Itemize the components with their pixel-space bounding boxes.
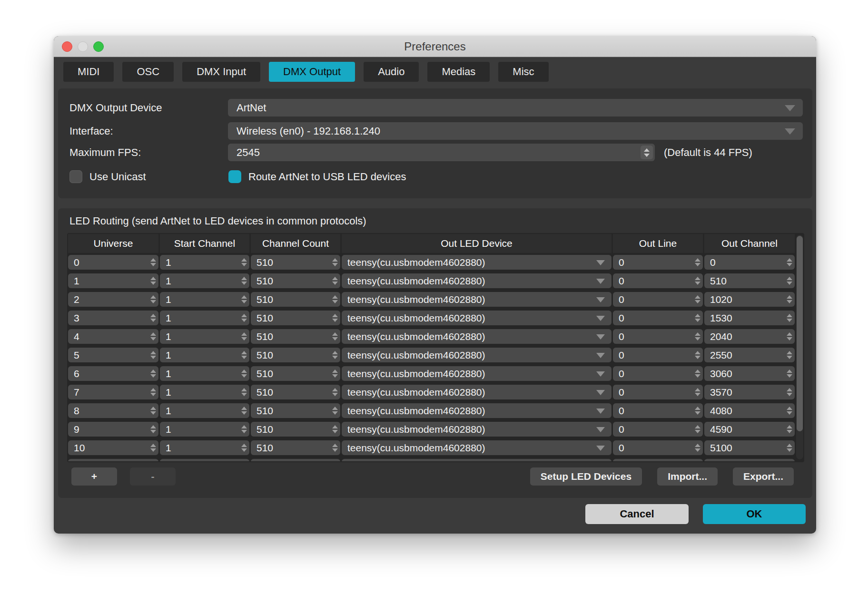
remove-row-button[interactable]: - <box>130 467 176 486</box>
out-channel-cell[interactable]: 510 <box>704 273 795 288</box>
spinner-down-icon[interactable] <box>787 319 792 322</box>
spinner-down-icon[interactable] <box>332 411 338 415</box>
spinner-down-icon[interactable] <box>241 356 247 359</box>
spinner-down-icon[interactable] <box>695 263 700 266</box>
spinner-up-icon[interactable] <box>787 351 792 354</box>
spinner-down-icon[interactable] <box>787 263 792 266</box>
start-channel-cell[interactable]: 1 <box>160 366 249 381</box>
spinner-up-icon[interactable] <box>787 295 792 299</box>
start-channel-cell[interactable]: 1 <box>160 255 249 270</box>
spinner-up-icon[interactable] <box>695 295 700 299</box>
spinner-up-icon[interactable] <box>150 370 156 373</box>
spinner-up-icon[interactable] <box>695 370 700 373</box>
spinner-down-icon[interactable] <box>787 300 792 303</box>
spinner-up-icon[interactable] <box>644 148 650 152</box>
tab-dmx-input[interactable]: DMX Input <box>182 62 260 82</box>
spinner-down-icon[interactable] <box>695 393 700 396</box>
spinner-up-icon[interactable] <box>787 407 792 410</box>
spinner-down-icon[interactable] <box>695 319 700 322</box>
titlebar[interactable]: Preferences <box>54 36 816 57</box>
spinner-up-icon[interactable] <box>787 314 792 317</box>
scrollbar-thumb[interactable] <box>797 236 803 431</box>
spinner-down-icon[interactable] <box>150 300 156 303</box>
spinner-down-icon[interactable] <box>695 411 700 415</box>
out-line-cell[interactable]: 0 <box>613 440 703 455</box>
start-channel-cell[interactable]: 1 <box>160 403 249 418</box>
start-channel-cell[interactable]: 1 <box>160 348 249 362</box>
start-channel-cell[interactable]: 1 <box>160 292 249 307</box>
spinner-up-icon[interactable] <box>332 332 338 336</box>
spinner-down-icon[interactable] <box>150 374 156 378</box>
spinner-up-icon[interactable] <box>150 332 156 336</box>
zoom-button[interactable] <box>93 41 104 52</box>
spinner-down-icon[interactable] <box>787 448 792 452</box>
spinner-up-icon[interactable] <box>150 295 156 299</box>
spinner-up-icon[interactable] <box>150 407 156 410</box>
spinner-down-icon[interactable] <box>695 337 700 340</box>
channel-count-cell[interactable]: 510 <box>251 403 340 418</box>
spinner-up-icon[interactable] <box>150 277 156 280</box>
universe-cell[interactable]: 6 <box>68 366 158 381</box>
spinner-up-icon[interactable] <box>332 295 338 299</box>
spinner-down-icon[interactable] <box>150 411 156 415</box>
spinner-up-icon[interactable] <box>332 277 338 280</box>
out-channel-cell[interactable]: 1530 <box>704 311 795 325</box>
out-led-device-select[interactable]: teensy(cu.usbmodem4602880) <box>342 292 612 307</box>
out-led-device-select[interactable]: teensy(cu.usbmodem4602880) <box>342 329 612 344</box>
spinner-down-icon[interactable] <box>241 430 247 433</box>
start-channel-cell[interactable]: 1 <box>160 422 249 437</box>
out-led-device-select[interactable]: teensy(cu.usbmodem4602880) <box>342 273 612 288</box>
spinner-up-icon[interactable] <box>241 351 247 354</box>
spinner-up-icon[interactable] <box>332 425 338 428</box>
spinner-down-icon[interactable] <box>241 300 247 303</box>
out-line-cell[interactable]: 0 <box>613 403 703 418</box>
spinner-up-icon[interactable] <box>332 370 338 373</box>
channel-count-cell[interactable]: 510 <box>251 385 340 399</box>
spinner-down-icon[interactable] <box>150 393 156 396</box>
out-channel-cell[interactable]: 2550 <box>704 348 795 362</box>
spinner-up-icon[interactable] <box>241 444 247 447</box>
spinner-down-icon[interactable] <box>150 448 156 452</box>
spinner-down-icon[interactable] <box>332 374 338 378</box>
spinner-down-icon[interactable] <box>241 448 247 452</box>
start-channel-cell[interactable]: 1 <box>160 440 249 455</box>
channel-count-cell[interactable]: 510 <box>251 311 340 325</box>
out-channel-cell[interactable]: 1020 <box>704 292 795 307</box>
spinner-up-icon[interactable] <box>150 258 156 262</box>
spinner-up-icon[interactable] <box>787 425 792 428</box>
channel-count-cell[interactable]: 510 <box>251 273 340 288</box>
spinner-up-icon[interactable] <box>332 314 338 317</box>
universe-cell[interactable]: 2 <box>68 292 158 307</box>
channel-count-cell[interactable]: 510 <box>251 440 340 455</box>
spinner-up-icon[interactable] <box>241 295 247 299</box>
spinner-down-icon[interactable] <box>695 374 700 378</box>
spinner-down-icon[interactable] <box>787 337 792 340</box>
spinner-down-icon[interactable] <box>241 319 247 322</box>
ok-button[interactable]: OK <box>703 504 806 524</box>
universe-cell[interactable]: 9 <box>68 422 158 437</box>
out-channel-cell[interactable]: 3570 <box>704 385 795 399</box>
spinner-down-icon[interactable] <box>787 430 792 433</box>
spinner-down-icon[interactable] <box>695 448 700 452</box>
out-channel-cell[interactable]: 2040 <box>704 329 795 344</box>
setup-led-devices-button[interactable]: Setup LED Devices <box>530 467 642 486</box>
out-channel-cell[interactable]: 3060 <box>704 366 795 381</box>
spinner-down-icon[interactable] <box>241 337 247 340</box>
spinner-up-icon[interactable] <box>332 407 338 410</box>
spinner-up-icon[interactable] <box>241 370 247 373</box>
spinner-up-icon[interactable] <box>695 258 700 262</box>
spinner-up-icon[interactable] <box>241 332 247 336</box>
out-line-cell[interactable]: 0 <box>613 292 703 307</box>
spinner-down-icon[interactable] <box>150 356 156 359</box>
spinner-down-icon[interactable] <box>644 154 650 157</box>
out-led-device-select[interactable]: teensy(cu.usbmodem4602880) <box>342 348 612 362</box>
tab-osc[interactable]: OSC <box>122 62 174 82</box>
start-channel-cell[interactable]: 1 <box>160 385 249 399</box>
universe-cell[interactable]: 1 <box>68 273 158 288</box>
out-led-device-select[interactable]: teensy(cu.usbmodem4602880) <box>342 403 612 418</box>
export-button[interactable]: Export... <box>733 467 794 486</box>
start-channel-cell[interactable]: 1 <box>160 329 249 344</box>
spinner-up-icon[interactable] <box>332 258 338 262</box>
spinner-up-icon[interactable] <box>695 425 700 428</box>
spinner-down-icon[interactable] <box>332 263 338 266</box>
